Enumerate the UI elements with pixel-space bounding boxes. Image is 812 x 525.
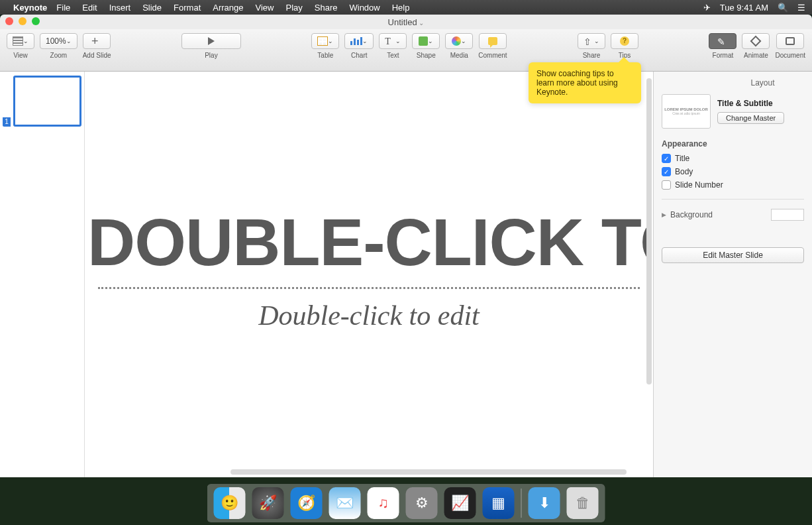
media-label: Media [450,52,468,59]
table-button[interactable]: ⌄ [311,33,339,49]
window-zoom-button[interactable] [32,17,40,25]
background-swatch[interactable] [771,209,804,221]
app-menu[interactable]: Keynote [13,3,47,13]
menu-edit[interactable]: Edit [82,3,97,13]
add-slide-button[interactable] [83,33,111,49]
share-label: Share [583,52,601,59]
play-label: Play [205,52,217,59]
media-button[interactable]: ⌄ [445,33,473,49]
dock-trash[interactable]: 🗑 [567,487,599,519]
slide-thumbnail[interactable]: 1 [0,74,84,128]
zoom-value: 100% [46,36,66,46]
text-icon [385,36,395,46]
shape-button[interactable]: ⌄ [412,33,440,49]
add-slide-label: Add Slide [83,52,111,59]
tips-button[interactable]: ? [611,33,638,49]
play-button[interactable] [181,33,241,49]
slide-navigator[interactable]: 1 [0,72,85,477]
window-minimize-button[interactable] [19,17,26,25]
slide-canvas[interactable]: DOUBLE-CLICK TO EDIT Double-click to edi… [85,72,653,477]
edit-master-button[interactable]: Edit Master Slide [662,247,804,263]
document-button[interactable] [776,33,804,49]
menu-slide[interactable]: Slide [142,3,162,13]
dock-settings[interactable]: ⚙ [406,487,438,519]
plus-icon [91,36,102,46]
change-master-button[interactable]: Change Master [717,112,784,124]
document-icon [786,37,795,45]
tips-tooltip: Show coaching tips to learn more about u… [529,62,641,103]
notification-center-icon[interactable]: ☰ [797,3,805,13]
window-close-button[interactable] [5,17,13,25]
dock-activity[interactable]: 📈 [444,487,476,519]
disclosure-triangle-icon: ▶ [662,211,666,218]
menu-window[interactable]: Window [349,3,380,13]
horizontal-scrollbar[interactable] [230,469,627,475]
menu-insert[interactable]: Insert [109,3,131,13]
menubar-clock[interactable]: Tue 9:41 AM [720,3,768,13]
spotlight-icon[interactable]: 🔍 [778,3,788,13]
divider-dots [98,287,640,289]
menu-file[interactable]: File [56,3,70,13]
checkbox-body[interactable] [662,167,671,176]
table-icon [317,36,328,46]
checkbox-body-row[interactable]: Body [662,167,804,176]
dock-finder[interactable]: 🙂 [214,487,246,519]
text-label: Text [387,52,399,59]
document-label: Document [775,52,805,59]
comment-button[interactable] [479,33,507,49]
background-disclosure[interactable]: ▶ Background [662,209,804,221]
dock: 🙂 🚀 🧭 ✉️ ♫ ⚙ 📈 ▦ ⬇ 🗑 [207,484,605,522]
view-label: View [13,52,28,59]
master-name: Title & Subtitle [717,99,773,108]
tips-icon: ? [620,36,629,46]
dock-safari[interactable]: 🧭 [291,487,323,519]
dock-mail[interactable]: ✉️ [329,487,361,519]
brush-icon [717,36,728,46]
slide[interactable]: DOUBLE-CLICK TO EDIT Double-click to edi… [91,72,646,464]
animate-icon [750,36,762,47]
play-icon [208,37,215,45]
text-button[interactable]: ⌄ [379,33,407,49]
checkbox-slidenum[interactable] [662,180,671,190]
chart-button[interactable]: ⌄ [344,33,374,49]
menubar: Keynote File Edit Insert Slide Format Ar… [0,0,812,15]
slide-thumb-preview[interactable] [13,76,81,127]
menu-format[interactable]: Format [174,3,201,13]
keynote-window: Untitled ⌄ View 100% ⌄ Zoom Add Slide Pl… [0,15,812,477]
status-icon[interactable]: ✈ [703,3,711,13]
dock-keynote[interactable]: ▦ [483,487,515,519]
checkbox-body-label: Body [675,167,693,176]
view-button[interactable]: ⌄ [7,33,34,49]
checkbox-title[interactable] [662,154,671,163]
share-button[interactable]: ⌄ [578,33,605,49]
zoom-label: Zoom [50,52,68,59]
comment-label: Comment [478,52,507,59]
zoom-button[interactable]: 100% ⌄ [40,33,77,49]
vertical-scrollbar[interactable] [646,78,652,384]
menu-view[interactable]: View [256,3,274,13]
chart-icon [350,37,362,45]
media-icon [452,36,461,46]
inspector-tab-layout[interactable]: Layout [721,78,804,88]
dock-downloads[interactable]: ⬇ [529,487,560,519]
comment-icon [488,37,497,45]
shape-label: Shape [417,52,436,59]
checkbox-title-label: Title [675,154,689,163]
format-button[interactable] [709,33,736,49]
titlebar: Untitled [0,15,812,29]
menu-play[interactable]: Play [285,3,302,13]
dock-launchpad[interactable]: 🚀 [252,487,284,519]
animate-label: Animate [744,52,768,59]
checkbox-title-row[interactable]: Title [662,154,804,163]
master-thumbnail[interactable]: LOREM IPSUM DOLOR Cras at odio ipsum [662,94,711,129]
dock-music[interactable]: ♫ [368,487,399,519]
title-placeholder[interactable]: DOUBLE-CLICK TO EDIT [91,204,642,280]
menu-arrange[interactable]: Arrange [213,3,243,13]
menu-help[interactable]: Help [392,3,410,13]
dock-separator [521,489,522,518]
checkbox-slidenum-row[interactable]: Slide Number [662,180,804,190]
menu-share[interactable]: Share [315,3,338,13]
subtitle-placeholder[interactable]: Double-click to edit [91,300,646,331]
animate-button[interactable] [742,33,770,49]
document-title[interactable]: Untitled [388,17,425,27]
